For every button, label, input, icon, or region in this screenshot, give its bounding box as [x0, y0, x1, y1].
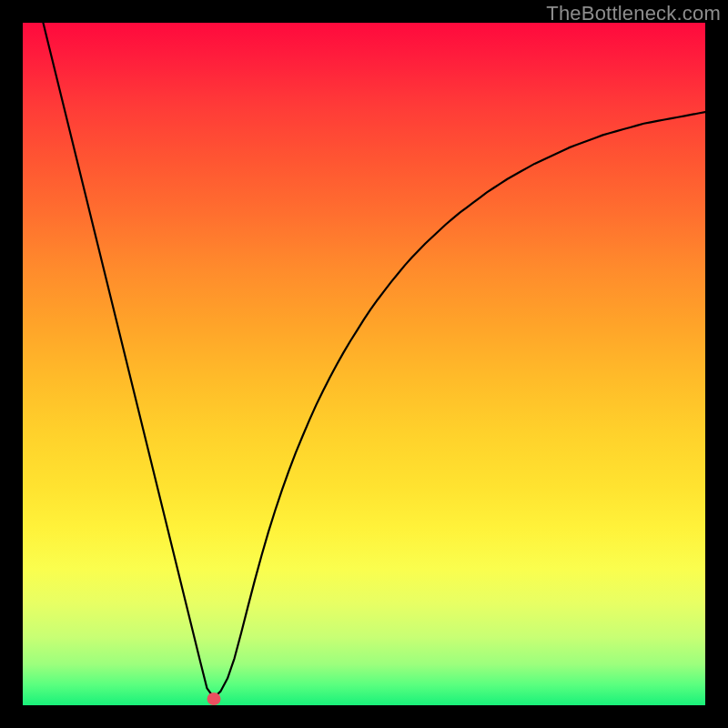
chart-frame: TheBottleneck.com — [0, 0, 728, 728]
bottleneck-curve — [43, 23, 705, 698]
plot-area — [23, 23, 705, 705]
curve-svg — [23, 23, 705, 705]
curve-minimum-marker — [207, 693, 221, 705]
watermark-text: TheBottleneck.com — [546, 2, 721, 25]
